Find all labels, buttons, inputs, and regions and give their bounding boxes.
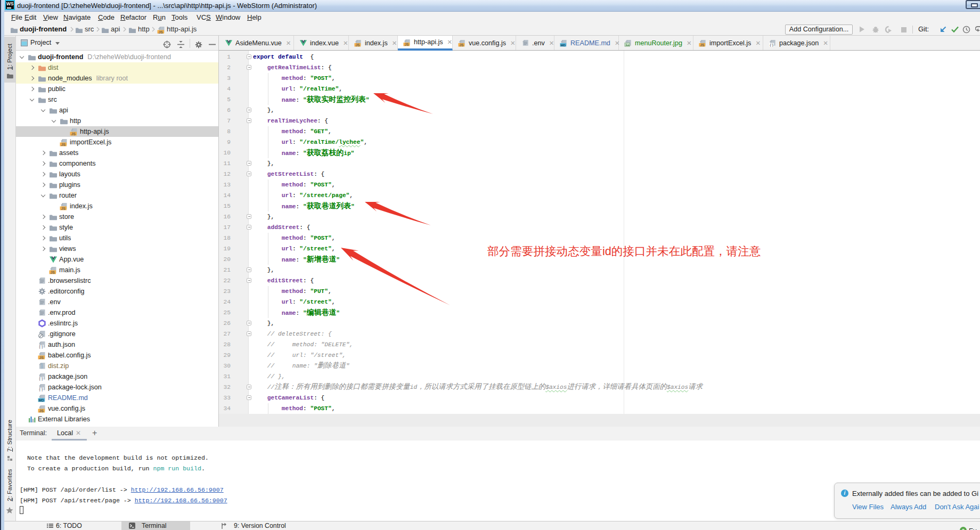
svg-text:MD: MD	[560, 43, 566, 47]
svg-text:JS: JS	[71, 132, 76, 136]
svg-text:{ }: { }	[770, 43, 773, 47]
svg-text:{ }: { }	[39, 376, 43, 381]
svg-text:JS: JS	[355, 43, 360, 47]
svg-text:{ }: { }	[39, 344, 43, 349]
svg-text:MD: MD	[39, 398, 44, 402]
svg-text:JS: JS	[700, 43, 704, 47]
svg-text:JS: JS	[459, 43, 463, 47]
svg-text:{ }: { }	[39, 387, 43, 392]
svg-text:JS: JS	[61, 143, 66, 146]
svg-text:JS: JS	[39, 409, 44, 413]
svg-text:JS: JS	[159, 30, 164, 34]
svg-text:JS: JS	[61, 207, 66, 210]
svg-text:JS: JS	[404, 42, 409, 46]
svg-text:JS: JS	[51, 271, 55, 274]
svg-text:JS: JS	[39, 356, 44, 360]
